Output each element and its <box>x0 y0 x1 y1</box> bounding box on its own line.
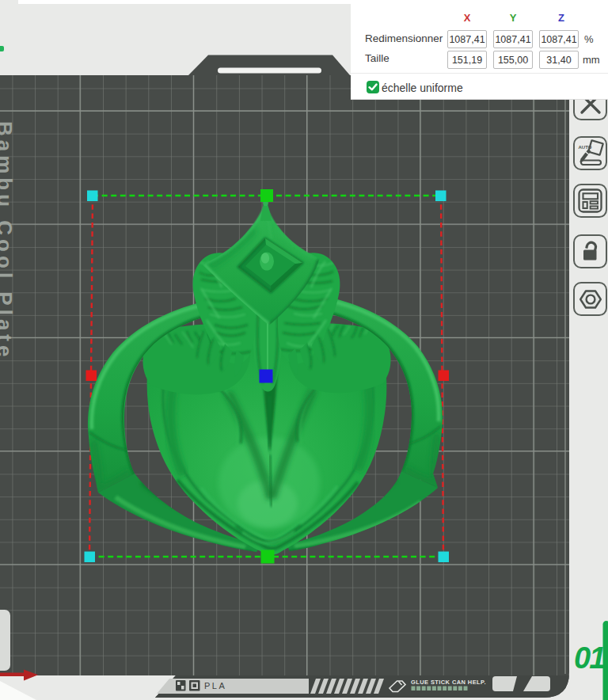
svg-text:AUTO: AUTO <box>578 145 591 150</box>
svg-text:PLA: PLA <box>204 681 226 690</box>
svg-text:Bambu Cool Plate: Bambu Cool Plate <box>0 121 17 360</box>
svg-text:GLUE STICK CAN HELP.: GLUE STICK CAN HELP. <box>411 679 486 686</box>
svg-text:01: 01 <box>574 641 605 675</box>
